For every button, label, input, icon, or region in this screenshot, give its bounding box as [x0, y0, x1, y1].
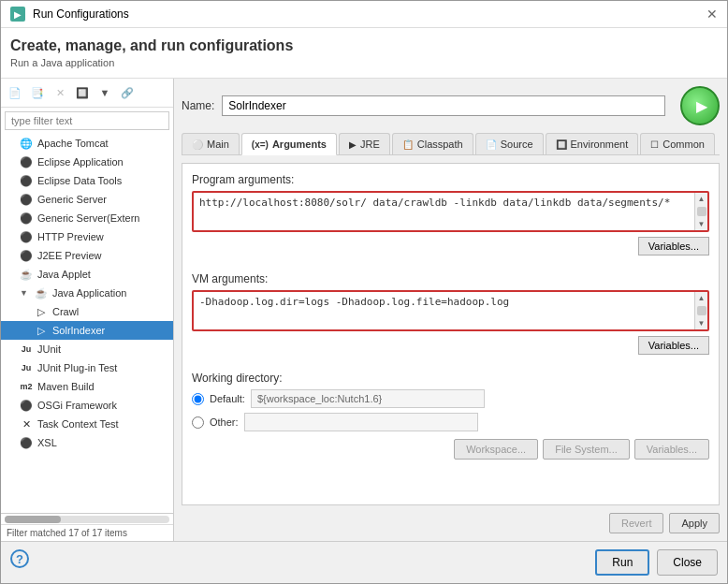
scroll-down-arrow[interactable]: ▼ — [696, 218, 707, 230]
tabs-bar: ⚪ Main (x=) Arguments ▶ JRE 📋 Classpath … — [182, 133, 720, 155]
tree-item-java-application[interactable]: ▼ ☕ Java Application — [1, 284, 173, 302]
header-subtitle: Run a Java application — [10, 57, 718, 68]
window-icon: ▶ — [10, 7, 25, 22]
junit-plugin-icon: Ju — [20, 361, 33, 374]
revert-button[interactable]: Revert — [609, 513, 663, 533]
workspace-button[interactable]: Workspace... — [454, 439, 538, 460]
xsl-icon: ⚫ — [20, 436, 33, 449]
common-tab-icon: ☐ — [650, 139, 659, 150]
source-tab-icon: 📄 — [486, 139, 497, 150]
main-tab-icon: ⚪ — [192, 139, 203, 150]
tree-item-eclipse-data-tools[interactable]: ⚫ Eclipse Data Tools — [1, 171, 173, 190]
tree-item-junit-plugin[interactable]: Ju JUnit Plug-in Test — [1, 358, 173, 377]
program-args-container: ▲ ▼ — [192, 191, 709, 232]
other-dir-input[interactable] — [244, 413, 478, 431]
vm-variables-button[interactable]: Variables... — [638, 336, 709, 355]
form-area: Program arguments: ▲ ▼ Variables... VM a… — [182, 163, 720, 505]
left-panel: 📄 📑 ✕ 🔲 ▼ 🔗 🌐 Apache Tomcat ⚫ Eclip — [1, 79, 174, 541]
horizontal-scrollbar[interactable] — [1, 513, 173, 524]
tree-item-generic-server-extern[interactable]: ⚫ Generic Server(Extern — [1, 209, 173, 227]
tree-item-eclipse-application[interactable]: ⚫ Eclipse Application — [1, 153, 173, 171]
vm-args-container: ▲ ▼ — [192, 290, 709, 331]
java-app-icon: ☕ — [35, 286, 48, 299]
vm-args-input[interactable] — [194, 292, 694, 329]
new-config-button[interactable]: 📄 — [5, 82, 25, 103]
tree-item-solrindexer[interactable]: ▷ SolrIndexer — [1, 321, 173, 340]
tree-item-java-applet[interactable]: ☕ Java Applet — [1, 265, 173, 284]
expand-arrow-java: ▼ — [20, 288, 28, 298]
classpath-tab-icon: 📋 — [402, 139, 414, 150]
tab-source[interactable]: 📄 Source — [475, 133, 544, 154]
link-button[interactable]: 🔗 — [117, 82, 138, 103]
vm-args-label: VM arguments: — [192, 272, 709, 285]
collapse-button[interactable]: ▼ — [95, 82, 115, 103]
header-title: Create, manage, and run configurations — [10, 37, 718, 54]
other-radio[interactable] — [192, 416, 204, 429]
program-variables-button[interactable]: Variables... — [638, 237, 709, 256]
program-args-label: Program arguments: — [192, 173, 709, 186]
left-toolbar: 📄 📑 ✕ 🔲 ▼ 🔗 — [1, 79, 173, 108]
close-window-button[interactable]: ✕ — [706, 7, 718, 22]
other-radio-label: Other: — [210, 416, 239, 428]
tab-common[interactable]: ☐ Common — [640, 133, 715, 154]
config-name-input[interactable] — [222, 95, 665, 116]
maven-icon: m2 — [20, 380, 33, 393]
environment-tab-icon: 🔲 — [556, 139, 567, 150]
config-tree: 🌐 Apache Tomcat ⚫ Eclipse Application ⚫ … — [1, 134, 173, 513]
delete-button[interactable]: ✕ — [50, 82, 70, 103]
jre-tab-icon: ▶ — [349, 139, 357, 150]
tree-item-generic-server[interactable]: ⚫ Generic Server — [1, 190, 173, 209]
working-dir-label: Working directory: — [192, 372, 709, 385]
tree-item-osgi[interactable]: ⚫ OSGi Framework — [1, 396, 173, 415]
scroll-up-arrow[interactable]: ▲ — [696, 193, 707, 205]
run-button[interactable]: Run — [595, 549, 649, 576]
osgi-icon: ⚫ — [20, 399, 33, 412]
title-bar: ▶ Run Configurations ✕ — [1, 1, 727, 28]
filter-count: Filter matched 17 of 17 items — [1, 524, 173, 541]
variables-button-3[interactable]: Variables... — [634, 439, 709, 460]
filter-button[interactable]: 🔲 — [72, 82, 93, 103]
default-radio-label: Default: — [210, 393, 245, 404]
crawl-icon: ▷ — [35, 305, 48, 318]
tree-item-j2ee-preview[interactable]: ⚫ J2EE Preview — [1, 246, 173, 265]
revert-apply-row: Revert Apply — [182, 513, 720, 533]
header-section: Create, manage, and run configurations R… — [1, 28, 727, 79]
run-config-button[interactable] — [680, 86, 720, 125]
tab-classpath[interactable]: 📋 Classpath — [392, 133, 473, 154]
program-args-input[interactable] — [194, 193, 694, 230]
vm-scroll-up-arrow[interactable]: ▲ — [696, 292, 707, 304]
filter-input[interactable] — [5, 111, 169, 130]
apache-tomcat-icon: 🌐 — [20, 137, 33, 150]
tree-item-crawl[interactable]: ▷ Crawl — [1, 302, 173, 321]
prog-variables-row: Variables... — [192, 237, 709, 265]
duplicate-button[interactable]: 📑 — [27, 82, 48, 103]
http-preview-icon: ⚫ — [20, 230, 33, 243]
eclipse-data-icon: ⚫ — [20, 174, 33, 187]
default-radio[interactable] — [192, 393, 204, 405]
help-icon[interactable]: ? — [10, 549, 29, 568]
vm-scroll-down-arrow[interactable]: ▼ — [696, 317, 707, 329]
solrindexer-icon: ▷ — [35, 324, 48, 337]
tree-item-maven-build[interactable]: m2 Maven Build — [1, 377, 173, 396]
main-content: 📄 📑 ✕ 🔲 ▼ 🔗 🌐 Apache Tomcat ⚫ Eclip — [1, 79, 727, 541]
vm-variables-row: Variables... — [192, 336, 709, 364]
junit-icon: Ju — [20, 343, 33, 356]
prog-args-scrollbar[interactable]: ▲ ▼ — [694, 193, 707, 230]
tab-arguments[interactable]: (x=) Arguments — [241, 133, 337, 155]
vm-args-scrollbar[interactable]: ▲ ▼ — [694, 292, 707, 329]
tree-item-junit[interactable]: Ju JUnit — [1, 340, 173, 358]
file-system-button[interactable]: File System... — [543, 439, 630, 460]
close-button[interactable]: Close — [657, 549, 718, 576]
footer: ? Run Close — [1, 541, 727, 583]
task-context-icon: ✕ — [20, 417, 33, 431]
name-label: Name: — [182, 99, 214, 112]
apply-button[interactable]: Apply — [669, 513, 720, 533]
tab-main[interactable]: ⚪ Main — [182, 133, 240, 154]
tab-environment[interactable]: 🔲 Environment — [546, 133, 639, 154]
tab-jre[interactable]: ▶ JRE — [339, 133, 390, 154]
tree-item-xsl[interactable]: ⚫ XSL — [1, 433, 173, 452]
tree-item-task-context-test[interactable]: ✕ Task Context Test — [1, 415, 173, 433]
run-configurations-window: ▶ Run Configurations ✕ Create, manage, a… — [0, 0, 728, 584]
tree-item-apache-tomcat[interactable]: 🌐 Apache Tomcat — [1, 134, 173, 153]
tree-item-http-preview[interactable]: ⚫ HTTP Preview — [1, 227, 173, 246]
